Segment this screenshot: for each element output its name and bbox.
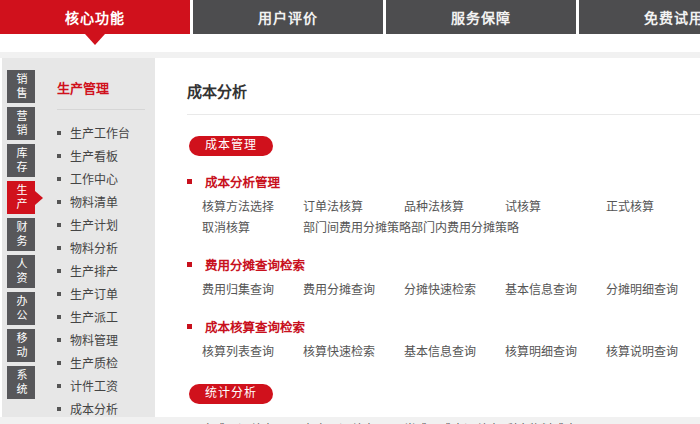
module-tab[interactable]: 办公 bbox=[7, 292, 35, 325]
top-tab-active[interactable]: 核心功能 bbox=[0, 0, 190, 34]
bullet-icon bbox=[187, 324, 192, 329]
submenu-item-label: 计件工资 bbox=[70, 377, 118, 394]
feature-link[interactable]: 费用归集查询 bbox=[202, 280, 303, 301]
submenu-item-label: 成本分析 bbox=[70, 400, 118, 417]
feature-link[interactable]: 订单法核算 bbox=[303, 197, 404, 218]
feature-groups: 成本管理成本分析管理核算方法选择订单法核算品种法核算试核算正式核算取消核算部门间… bbox=[187, 136, 700, 424]
page-title: 成本分析 bbox=[187, 80, 700, 101]
feature-link[interactable]: 核算明细查询 bbox=[505, 342, 606, 363]
feature-section: 费用分摊查询检索费用归集查询费用分摊查询分摊快速检索基本信息查询分摊明细查询 bbox=[187, 255, 700, 301]
sidebar: 销售营销库存生产财务人资办公移动系统 生产管理 生产工作台生产看板工作中心物料清… bbox=[2, 58, 155, 417]
section-heading-label: 费用分摊查询检索 bbox=[205, 255, 305, 274]
feature-link-grid: 核算列表查询核算快速检索基本信息查询核算明细查询核算说明查询 bbox=[202, 342, 700, 363]
module-tab[interactable]: 人资 bbox=[7, 255, 35, 288]
module-tab[interactable]: 财务 bbox=[7, 218, 35, 251]
submenu-item-label: 生产计划 bbox=[70, 216, 118, 233]
section-heading: 成本核算查询检索 bbox=[187, 317, 700, 336]
active-tab-pointer-icon bbox=[85, 34, 105, 45]
bullet-icon bbox=[57, 338, 61, 342]
feature-link[interactable]: 基本信息查询 bbox=[404, 342, 505, 363]
feature-section: 成本核算查询检索核算列表查询核算快速检索基本信息查询核算明细查询核算说明查询 bbox=[187, 317, 700, 363]
title-divider bbox=[187, 114, 700, 115]
feature-link-grid: 产成品汇总表在产品汇总表半成品成本汇总表剩余物料成本 bbox=[202, 420, 700, 424]
submenu-item[interactable]: 成本分析 bbox=[57, 397, 155, 420]
bullet-icon bbox=[187, 262, 192, 267]
feature-link[interactable]: 试核算 bbox=[505, 197, 606, 218]
content-row: 销售营销库存生产财务人资办公移动系统 生产管理 生产工作台生产看板工作中心物料清… bbox=[0, 58, 700, 417]
submenu-item[interactable]: 生产计划 bbox=[57, 213, 155, 236]
feature-link[interactable]: 品种法核算 bbox=[404, 197, 505, 218]
bullet-icon bbox=[57, 246, 61, 250]
feature-link[interactable]: 半成品成本汇总表 bbox=[404, 420, 505, 424]
feature-link[interactable]: 费用分摊查询 bbox=[303, 280, 404, 301]
category-badge: 成本管理 bbox=[189, 136, 273, 156]
submenu-item[interactable]: 物料管理 bbox=[57, 328, 155, 351]
submenu-item[interactable]: 生产订单 bbox=[57, 282, 155, 305]
submenu-list: 生产工作台生产看板工作中心物料清单生产计划物料分析生产排产生产订单生产派工物料管… bbox=[47, 121, 155, 420]
feature-link[interactable]: 分摊快速检索 bbox=[404, 280, 505, 301]
submenu-item[interactable]: 物料清单 bbox=[57, 190, 155, 213]
submenu-item[interactable]: 生产排产 bbox=[57, 259, 155, 282]
feature-link[interactable]: 分摊明细查询 bbox=[606, 280, 700, 301]
top-tab[interactable]: 免费试用 bbox=[579, 0, 700, 34]
submenu-item-label: 物料清单 bbox=[70, 193, 118, 210]
feature-link[interactable]: 基本信息查询 bbox=[505, 280, 606, 301]
module-tab[interactable]: 库存 bbox=[7, 144, 35, 177]
module-tab[interactable]: 销售 bbox=[7, 70, 35, 103]
submenu-divider bbox=[57, 109, 145, 110]
bullet-icon bbox=[57, 200, 61, 204]
module-tab-active[interactable]: 生产 bbox=[7, 181, 35, 214]
feature-link[interactable]: 剩余物料成本 bbox=[505, 420, 606, 424]
submenu-panel: 生产管理 生产工作台生产看板工作中心物料清单生产计划物料分析生产排产生产订单生产… bbox=[47, 58, 155, 420]
bullet-icon bbox=[57, 361, 61, 365]
section-heading-label: 成本分析管理 bbox=[205, 172, 280, 191]
section-heading: 成本分析管理 bbox=[187, 172, 700, 191]
top-tab[interactable]: 用户评价 bbox=[193, 0, 383, 34]
submenu-item[interactable]: 生产看板 bbox=[57, 144, 155, 167]
bullet-icon bbox=[57, 407, 61, 411]
submenu-item-label: 生产派工 bbox=[70, 308, 118, 325]
submenu-item-label: 生产质检 bbox=[70, 354, 118, 371]
main-content: 成本分析 成本管理成本分析管理核算方法选择订单法核算品种法核算试核算正式核算取消… bbox=[159, 58, 700, 417]
feature-link[interactable]: 核算快速检索 bbox=[303, 342, 404, 363]
submenu-item-label: 物料分析 bbox=[70, 239, 118, 256]
module-tab[interactable]: 营销 bbox=[7, 107, 35, 140]
bullet-icon bbox=[57, 269, 61, 273]
feature-link[interactable]: 取消核算 bbox=[202, 218, 303, 239]
bullet-icon bbox=[57, 223, 61, 227]
submenu-item[interactable]: 生产派工 bbox=[57, 305, 155, 328]
feature-link[interactable]: 核算列表查询 bbox=[202, 342, 303, 363]
section-heading: 费用分摊查询检索 bbox=[187, 255, 700, 274]
bullet-icon bbox=[57, 384, 61, 388]
active-module-arrow-icon bbox=[35, 191, 50, 205]
feature-link-grid: 核算方法选择订单法核算品种法核算试核算正式核算取消核算部门间费用分摊策略部门内费… bbox=[202, 197, 700, 239]
submenu-item[interactable]: 生产工作台 bbox=[57, 121, 155, 144]
bullet-icon bbox=[57, 315, 61, 319]
feature-link[interactable]: 核算说明查询 bbox=[606, 342, 700, 363]
bullet-icon bbox=[187, 179, 192, 184]
submenu-item-label: 生产看板 bbox=[70, 147, 118, 164]
feature-link[interactable]: 部门间费用分摊策略 bbox=[303, 218, 411, 239]
feature-link[interactable]: 在产品汇总表 bbox=[303, 420, 404, 424]
feature-link[interactable]: 产成品汇总表 bbox=[202, 420, 303, 424]
feature-link[interactable]: 部门内费用分摊策略 bbox=[411, 218, 519, 239]
submenu-item-label: 生产工作台 bbox=[70, 124, 130, 141]
submenu-item-label: 物料管理 bbox=[70, 331, 118, 348]
feature-link-grid: 费用归集查询费用分摊查询分摊快速检索基本信息查询分摊明细查询 bbox=[202, 280, 700, 301]
submenu-title: 生产管理 bbox=[57, 78, 145, 97]
top-tab[interactable]: 服务保障 bbox=[386, 0, 576, 34]
feature-link[interactable]: 正式核算 bbox=[606, 197, 700, 218]
feature-link[interactable]: 核算方法选择 bbox=[202, 197, 303, 218]
submenu-item-label: 生产排产 bbox=[70, 262, 118, 279]
module-tab[interactable]: 系统 bbox=[7, 366, 35, 399]
module-nav: 销售营销库存生产财务人资办公移动系统 bbox=[7, 70, 35, 399]
submenu-item[interactable]: 工作中心 bbox=[57, 167, 155, 190]
feature-section: 成本分析管理核算方法选择订单法核算品种法核算试核算正式核算取消核算部门间费用分摊… bbox=[187, 172, 700, 239]
top-nav: 核心功能用户评价服务保障免费试用 bbox=[0, 0, 700, 34]
submenu-item-label: 生产订单 bbox=[70, 285, 118, 302]
bullet-icon bbox=[57, 292, 61, 296]
submenu-item[interactable]: 物料分析 bbox=[57, 236, 155, 259]
submenu-item[interactable]: 生产质检 bbox=[57, 351, 155, 374]
submenu-item[interactable]: 计件工资 bbox=[57, 374, 155, 397]
module-tab[interactable]: 移动 bbox=[7, 329, 35, 362]
